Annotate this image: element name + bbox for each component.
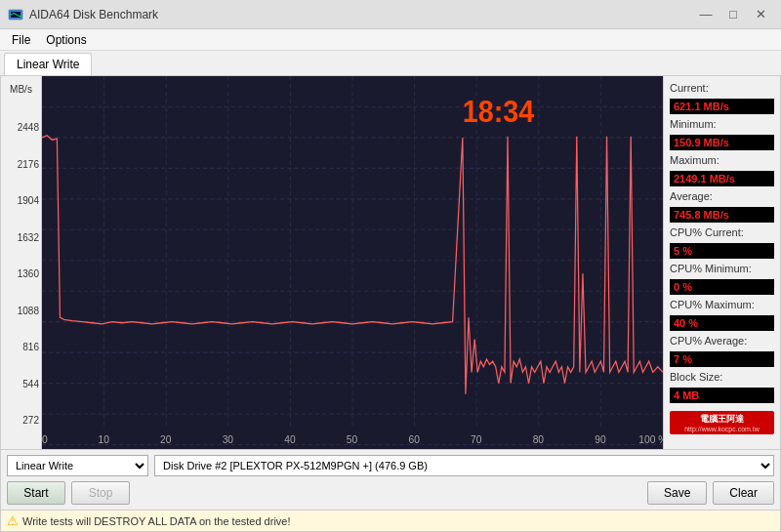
warning-text: Write tests will DESTROY ALL DATA on the… bbox=[22, 515, 291, 527]
y-label-544: 544 bbox=[3, 379, 39, 389]
chart-svg: 18:34 0 10 20 30 40 50 60 70 80 90 100 % bbox=[42, 76, 663, 449]
y-label-1632: 1632 bbox=[3, 232, 39, 243]
average-value: 745.8 MB/s bbox=[670, 207, 774, 223]
maximum-value: 2149.1 MB/s bbox=[670, 171, 774, 186]
svg-text:10: 10 bbox=[98, 433, 108, 446]
drive-select[interactable]: Disk Drive #2 [PLEXTOR PX-512M9PGN +] (4… bbox=[154, 455, 774, 476]
window-controls: — □ ✕ bbox=[693, 5, 773, 24]
menu-file[interactable]: File bbox=[4, 31, 38, 49]
minimize-button[interactable]: — bbox=[693, 5, 719, 24]
current-label: Current: bbox=[670, 82, 774, 94]
chart-area: 18:34 0 10 20 30 40 50 60 70 80 90 100 % bbox=[42, 76, 663, 449]
y-label-272: 272 bbox=[3, 415, 39, 426]
controls-row2: Start Stop Save Clear bbox=[7, 481, 774, 505]
watermark-line2: http://www.kocpc.com.tw bbox=[673, 426, 771, 432]
svg-text:80: 80 bbox=[533, 433, 544, 446]
warning-icon: ⚠ bbox=[7, 513, 19, 528]
y-label-816: 816 bbox=[3, 342, 39, 352]
block-size-value: 4 MB bbox=[670, 388, 774, 403]
stop-button[interactable]: Stop bbox=[71, 481, 130, 505]
stats-panel: Current: 621.1 MB/s Minimum: 150.9 MB/s … bbox=[663, 76, 780, 449]
app-window: AIDA64 Disk Benchmark — □ ✕ File Options… bbox=[0, 0, 781, 532]
svg-text:90: 90 bbox=[595, 433, 605, 446]
block-size-label: Block Size: bbox=[670, 371, 774, 383]
y-label-1088: 1088 bbox=[3, 306, 39, 316]
svg-text:40: 40 bbox=[284, 433, 295, 446]
y-axis: MB/s 2448 2176 1904 1632 1360 1088 816 5… bbox=[1, 76, 42, 449]
current-value: 621.1 MB/s bbox=[670, 99, 774, 114]
svg-text:50: 50 bbox=[347, 433, 357, 446]
cpu-average-value: 7 % bbox=[670, 351, 774, 367]
svg-text:70: 70 bbox=[471, 433, 481, 446]
titlebar: AIDA64 Disk Benchmark — □ ✕ bbox=[0, 0, 781, 29]
cpu-current-value: 5 % bbox=[670, 243, 774, 259]
window-title: AIDA64 Disk Benchmark bbox=[29, 8, 693, 21]
svg-text:60: 60 bbox=[408, 433, 419, 446]
mode-select[interactable]: Linear Write Linear Read Random Read Ran… bbox=[7, 455, 148, 476]
minimum-label: Minimum: bbox=[670, 118, 774, 130]
warning-bar: ⚠ Write tests will DESTROY ALL DATA on t… bbox=[0, 511, 781, 532]
cpu-average-label: CPU% Average: bbox=[670, 335, 774, 347]
y-label-2176: 2176 bbox=[3, 159, 39, 170]
close-button[interactable]: ✕ bbox=[748, 5, 773, 24]
maximize-button[interactable]: □ bbox=[720, 5, 746, 24]
svg-text:20: 20 bbox=[160, 433, 171, 446]
controls-area: Linear Write Linear Read Random Read Ran… bbox=[0, 450, 781, 511]
cpu-current-label: CPU% Current: bbox=[670, 226, 774, 238]
svg-text:0: 0 bbox=[42, 433, 48, 446]
menubar: File Options bbox=[0, 29, 781, 51]
start-button[interactable]: Start bbox=[7, 481, 65, 505]
cpu-minimum-label: CPU% Minimum: bbox=[670, 263, 774, 274]
cpu-maximum-label: CPU% Maximum: bbox=[670, 299, 774, 310]
y-label-1904: 1904 bbox=[3, 195, 39, 206]
svg-text:18:34: 18:34 bbox=[463, 95, 535, 128]
cpu-minimum-value: 0 % bbox=[670, 279, 774, 295]
controls-row1: Linear Write Linear Read Random Read Ran… bbox=[7, 455, 774, 476]
tab-linear-write[interactable]: Linear Write bbox=[4, 53, 92, 75]
cpu-maximum-value: 40 % bbox=[670, 315, 774, 331]
clear-button[interactable]: Clear bbox=[713, 481, 774, 505]
watermark-line1: 電腦王阿達 bbox=[673, 413, 771, 426]
app-icon bbox=[8, 7, 23, 22]
tabbar: Linear Write bbox=[0, 51, 781, 76]
save-button[interactable]: Save bbox=[647, 481, 707, 505]
minimum-value: 150.9 MB/s bbox=[670, 135, 774, 150]
svg-text:100 %: 100 % bbox=[638, 433, 663, 446]
svg-text:30: 30 bbox=[223, 433, 233, 446]
chart-panel-area: MB/s 2448 2176 1904 1632 1360 1088 816 5… bbox=[0, 76, 781, 450]
maximum-label: Maximum: bbox=[670, 154, 774, 166]
menu-options[interactable]: Options bbox=[38, 31, 94, 49]
y-label-1360: 1360 bbox=[3, 268, 39, 279]
watermark: 電腦王阿達 http://www.kocpc.com.tw bbox=[670, 411, 774, 434]
y-axis-title: MB/s bbox=[3, 84, 39, 95]
y-label-2448: 2448 bbox=[3, 122, 39, 133]
average-label: Average: bbox=[670, 190, 774, 202]
